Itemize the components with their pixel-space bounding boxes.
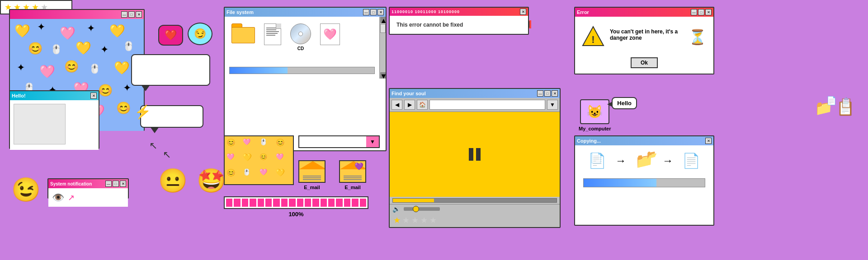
volume-thumb[interactable]	[413, 206, 419, 212]
hello-title: Hello!	[12, 93, 26, 98]
doc-stack[interactable]: 📋 📋	[836, 99, 854, 116]
pattern-titlebar: — □ ✕	[10, 10, 144, 19]
hello-window: Hello! ✕	[9, 90, 99, 149]
error-main-titlebar: 11000010 10011000 10100000 ✕	[390, 8, 528, 16]
error-main-window: 11000010 10011000 10100000 ✕ This error …	[389, 7, 529, 35]
ps-1	[226, 199, 232, 207]
error-close-main[interactable]: ✕	[520, 9, 526, 15]
sysnotif-min[interactable]: —	[105, 181, 112, 187]
ps-17	[352, 199, 358, 207]
target-doc-icon: 📄	[682, 152, 700, 169]
address-bar[interactable]	[429, 100, 545, 110]
copying-controls[interactable]: ✕	[705, 138, 712, 144]
ed-max[interactable]: □	[698, 9, 704, 15]
email-2-label: E_mail	[344, 185, 360, 190]
scrollbar-thumb[interactable]	[380, 24, 386, 33]
dropdown[interactable]: ▼	[298, 135, 380, 148]
image-icon-item[interactable]: 🩷	[320, 23, 340, 45]
source-doc-icon: 📄 📄	[588, 152, 606, 169]
pause-bar-1	[469, 148, 473, 161]
browser-minimize[interactable]: —	[537, 90, 543, 97]
hello-controls[interactable]: ✕	[90, 93, 97, 99]
heart-notification: ❤️	[158, 25, 183, 46]
sysnotif-close[interactable]: ✕	[120, 181, 126, 187]
ps-10	[297, 199, 303, 207]
ps-13	[321, 199, 327, 207]
fs-close[interactable]: ✕	[377, 9, 384, 15]
b-star-2: ★	[402, 215, 410, 225]
cd-icon-item[interactable]: CD	[290, 23, 311, 51]
b-star-5: ★	[429, 215, 437, 225]
browser-maximize[interactable]: □	[544, 90, 551, 97]
nav-forward-button[interactable]: ▶	[404, 100, 415, 110]
error-message: This error cannot be fixed	[390, 16, 528, 34]
file-sticker: 📄	[826, 96, 836, 106]
copy-icon-row: 📄 📄 → 📁 📂 → 📄	[588, 152, 700, 169]
progress-bar-area: 100%	[224, 196, 368, 218]
cursor-arrow-2: ↖	[163, 149, 171, 161]
email-envelope-2: 💜	[339, 160, 366, 183]
sysnotif-content: 👁️ ↗	[48, 188, 128, 207]
nav-home-button[interactable]: 🏠	[417, 100, 428, 110]
error-dialog-window: Error — □ ✕ ! You can't get in here, it'…	[574, 7, 714, 74]
sysnotif-max[interactable]: □	[113, 181, 119, 187]
scrollbar-up[interactable]: ▲	[380, 17, 386, 23]
cd-label: CD	[297, 46, 304, 51]
image-shape: 🩷	[320, 23, 340, 45]
copying-close[interactable]: ✕	[705, 138, 712, 144]
ps-3	[242, 199, 248, 207]
browser-title: Find your soul	[392, 91, 426, 96]
ed-min[interactable]: —	[691, 9, 697, 15]
filesystem-controls[interactable]: — □ ✕	[363, 9, 384, 15]
folder-with-files[interactable]: 📁 📄	[815, 99, 833, 116]
scrollbar-down[interactable]: ▼	[380, 72, 386, 79]
doc-stack-2: 📋	[840, 97, 852, 109]
minimize-button[interactable]: —	[121, 11, 127, 18]
progress-label: 100%	[224, 211, 368, 218]
filesystem-window: File system — □ ✕	[224, 7, 387, 151]
source-doc-2: 📄	[590, 152, 602, 164]
progress-track	[224, 196, 368, 209]
copying-titlebar: Copying... ✕	[575, 136, 713, 145]
emoji-star-eyes: 🤩	[197, 167, 226, 195]
cyan-heart-face: 😏	[188, 23, 212, 45]
hello-close-button[interactable]: ✕	[90, 93, 97, 99]
browser-seek-bar[interactable]	[392, 198, 557, 203]
nav-back-button[interactable]: ◀	[392, 100, 402, 110]
my-computer-icon-wrap[interactable]: 😺 Hello	[580, 99, 609, 124]
fs-minimize[interactable]: —	[363, 9, 369, 15]
seek-progress	[393, 199, 434, 202]
document-icon-item[interactable]	[264, 23, 281, 45]
filesystem-scrollbar[interactable]: ▲ ▼	[379, 17, 386, 79]
binary-text-main: 11000010 10011000 10100000	[392, 9, 460, 14]
folder-icon-item[interactable]	[231, 23, 255, 43]
filesystem-body: CD 🩷 ▲ ▼	[225, 17, 386, 79]
my-computer-label[interactable]: My_computer	[579, 126, 611, 131]
maximize-button[interactable]: □	[128, 11, 135, 18]
hello-blank-area	[14, 104, 66, 144]
error-body: ! You can't get in here, it's a danger z…	[575, 17, 713, 57]
ok-button[interactable]: Ok	[631, 57, 658, 68]
pause-bar-2	[476, 148, 481, 161]
error-dialog-titlebar: Error — □ ✕	[575, 8, 713, 17]
sysnotif-controls[interactable]: — □ ✕	[105, 181, 126, 187]
fs-maximize[interactable]: □	[370, 9, 377, 15]
browser-close[interactable]: ✕	[552, 90, 558, 97]
ed-close[interactable]: ✕	[705, 9, 712, 15]
pattern-controls[interactable]: — □ ✕	[121, 11, 142, 18]
error-main-controls[interactable]: ✕	[520, 9, 526, 15]
nav-go-button[interactable]: ▼	[547, 100, 558, 110]
error-dialog-title: Error	[577, 9, 589, 15]
browser-toolbar: ◀ ▶ 🏠 ▼	[390, 98, 560, 112]
cursor-arrow-1: ↖	[149, 140, 157, 152]
sysnotif-window: System notification — □ ✕ 👁️ ↗	[47, 178, 129, 199]
error-dialog-controls[interactable]: — □ ✕	[691, 9, 712, 15]
b-star-1: ★	[393, 215, 401, 225]
filesystem-titlebar: File system — □ ✕	[225, 8, 386, 17]
email-envelope-1	[298, 160, 326, 183]
close-button[interactable]: ✕	[136, 11, 142, 18]
volume-slider[interactable]	[404, 207, 440, 211]
browser-controls[interactable]: — □ ✕	[537, 90, 558, 97]
filesystem-content: CD 🩷	[225, 17, 379, 79]
dropdown-arrow-button[interactable]: ▼	[366, 136, 379, 147]
